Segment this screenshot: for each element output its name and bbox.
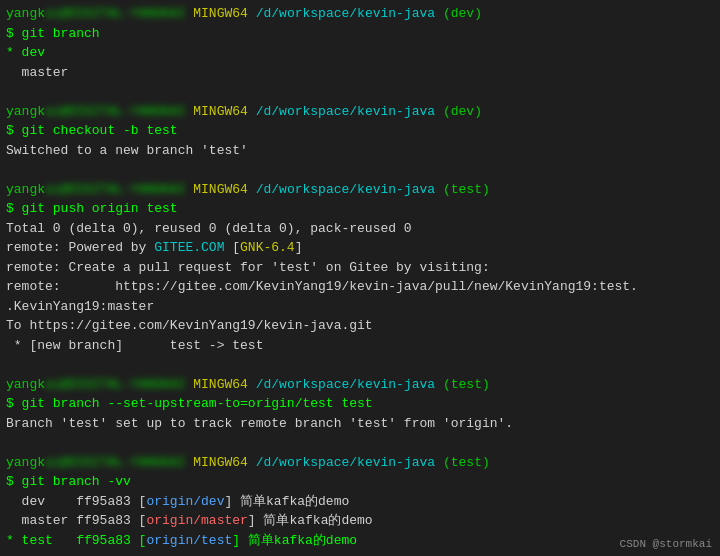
branch-test-star: * test ff95a83 [ (6, 533, 146, 548)
output-text: master (6, 65, 68, 80)
terminal-line-19: yangkai@DIGITAL-YANGKAI MINGW64 /d/works… (6, 375, 714, 395)
gnk-version: GNK-6.4 (240, 240, 295, 255)
command-text: $ git branch --set-upstream-to=origin/te… (6, 396, 373, 411)
prompt-user: yangkai@DIGITAL-YANGKAI (6, 455, 185, 470)
origin-dev: origin/dev (146, 494, 224, 509)
prompt-path: /d/workspace/kevin-java (256, 182, 435, 197)
terminal-line-16: To https://gitee.com/KevinYang19/kevin-j… (6, 316, 714, 336)
remote-prefix: remote: Powered by (6, 240, 154, 255)
branch-test-rest: ] 简单kafka的demo (232, 533, 357, 548)
command-text: $ git push origin test (6, 201, 178, 216)
remote-bracket-close: ] (295, 240, 303, 255)
prompt-user: yangkai@DIGITAL-YANGKAI (6, 377, 185, 392)
terminal-line-15: .KevinYang19:master (6, 297, 714, 317)
command-text: $ git checkout -b test (6, 123, 178, 138)
terminal-line-18 (6, 355, 714, 375)
terminal-line-7: Switched to a new branch 'test' (6, 141, 714, 161)
terminal-line-13: remote: Create a pull request for 'test'… (6, 258, 714, 278)
prompt-branch: (dev) (443, 6, 482, 21)
branch-dev-text: dev ff95a83 [ (6, 494, 146, 509)
prompt-shell: MINGW64 (193, 182, 248, 197)
output-star: * dev (6, 45, 45, 60)
prompt-path: /d/workspace/kevin-java (256, 104, 435, 119)
terminal-line-17: * [new branch] test -> test (6, 336, 714, 356)
prompt-shell: MINGW64 (193, 104, 248, 119)
command-text: $ git branch -vv (6, 474, 131, 489)
remote-suffix: [ (224, 240, 240, 255)
prompt-branch: (test) (443, 455, 490, 470)
output-text: remote: https://gitee.com/KevinYang19/ke… (6, 279, 638, 294)
origin-test: origin/test (146, 533, 232, 548)
terminal-line-3: master (6, 63, 714, 83)
terminal-line-6: $ git checkout -b test (6, 121, 714, 141)
terminal-line-0: yangkai@DIGITAL-YANGKAI MINGW64 /d/works… (6, 4, 714, 24)
prompt-path: /d/workspace/kevin-java (256, 455, 435, 470)
output-text: .KevinYang19:master (6, 299, 154, 314)
prompt-branch: (test) (443, 377, 490, 392)
output-text: Switched to a new branch 'test' (6, 143, 248, 158)
gitee-link: GITEE.COM (154, 240, 224, 255)
branch-dev-rest: ] 简单kafka的demo (224, 494, 349, 509)
terminal-line-2: * dev (6, 43, 714, 63)
terminal-line-27: * test ff95a83 [origin/test] 简单kafka的dem… (6, 531, 714, 551)
terminal-line-12: remote: Powered by GITEE.COM [GNK-6.4] (6, 238, 714, 258)
terminal-line-20: $ git branch --set-upstream-to=origin/te… (6, 394, 714, 414)
terminal-line-25: dev ff95a83 [origin/dev] 简单kafka的demo (6, 492, 714, 512)
output-text: Total 0 (delta 0), reused 0 (delta 0), p… (6, 221, 412, 236)
prompt-user: yangkai@DIGITAL-YANGKAI (6, 104, 185, 119)
terminal-line-1: $ git branch (6, 24, 714, 44)
branch-master-text: master ff95a83 [ (6, 513, 146, 528)
prompt-user: yangkai@DIGITAL-YANGKAI (6, 6, 185, 21)
prompt-user: yangkai@DIGITAL-YANGKAI (6, 182, 185, 197)
origin-master: origin/master (146, 513, 247, 528)
terminal-line-4 (6, 82, 714, 102)
terminal-line-22 (6, 433, 714, 453)
prompt-branch: (dev) (443, 104, 482, 119)
prompt-shell: MINGW64 (193, 6, 248, 21)
terminal-line-10: $ git push origin test (6, 199, 714, 219)
terminal-line-9: yangkai@DIGITAL-YANGKAI MINGW64 /d/works… (6, 180, 714, 200)
terminal-line-11: Total 0 (delta 0), reused 0 (delta 0), p… (6, 219, 714, 239)
terminal: yangkai@DIGITAL-YANGKAI MINGW64 /d/works… (0, 0, 720, 556)
watermark: CSDN @stormkai (620, 538, 712, 550)
command-text: $ git branch (6, 26, 100, 41)
output-text: Branch 'test' set up to track remote bra… (6, 416, 513, 431)
terminal-line-23: yangkai@DIGITAL-YANGKAI MINGW64 /d/works… (6, 453, 714, 473)
output-text: * [new branch] test -> test (6, 338, 263, 353)
prompt-shell: MINGW64 (193, 377, 248, 392)
prompt-branch: (test) (443, 182, 490, 197)
prompt-shell: MINGW64 (193, 455, 248, 470)
output-text: To https://gitee.com/KevinYang19/kevin-j… (6, 318, 373, 333)
prompt-path: /d/workspace/kevin-java (256, 377, 435, 392)
terminal-line-24: $ git branch -vv (6, 472, 714, 492)
terminal-line-5: yangkai@DIGITAL-YANGKAI MINGW64 /d/works… (6, 102, 714, 122)
terminal-line-26: master ff95a83 [origin/master] 简单kafka的d… (6, 511, 714, 531)
output-text: remote: Create a pull request for 'test'… (6, 260, 490, 275)
terminal-line-14: remote: https://gitee.com/KevinYang19/ke… (6, 277, 714, 297)
branch-master-rest: ] 简单kafka的demo (248, 513, 373, 528)
terminal-line-28 (6, 550, 714, 556)
terminal-line-21: Branch 'test' set up to track remote bra… (6, 414, 714, 434)
terminal-line-8 (6, 160, 714, 180)
prompt-path: /d/workspace/kevin-java (256, 6, 435, 21)
